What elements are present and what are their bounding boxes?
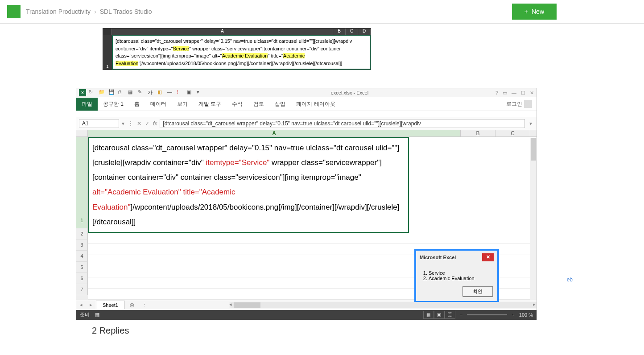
breadcrumb-item-2[interactable]: SDL Trados Studio <box>100 8 152 15</box>
tab-developer[interactable]: 개발 도구 <box>193 98 227 111</box>
login-label: 로그인 <box>506 100 522 108</box>
save-icon[interactable]: 💾 <box>108 89 116 96</box>
row-header-2[interactable]: 2 <box>76 228 88 239</box>
zoom-in-icon[interactable]: + <box>512 312 514 318</box>
font-icon[interactable]: 가 <box>148 89 155 96</box>
sheet-nav-next-icon[interactable]: ▸ <box>86 301 96 309</box>
refresh-icon[interactable]: ↻ <box>89 89 96 96</box>
zoom-slider[interactable] <box>467 314 507 315</box>
close-icon[interactable]: ✕ <box>530 90 534 96</box>
border-icon[interactable]: ▦ <box>128 89 135 96</box>
window-title: excel.xlsx - Excel <box>204 90 495 95</box>
folder-open-icon[interactable]: 📁 <box>99 89 106 96</box>
red-text-1: itemtype="Service" <box>206 158 269 167</box>
status-bar: 준비 ▦ ▦ ▣ ⿴ − + 100 % <box>76 310 537 320</box>
tab-data[interactable]: 데이터 <box>145 98 172 111</box>
hscroll-right-icon[interactable]: ▸ <box>533 301 536 307</box>
column-header-b: B <box>333 29 346 35</box>
vertical-scrollbar[interactable] <box>530 138 537 300</box>
chart-icon[interactable]: ▣ <box>187 89 194 96</box>
row-numbers: 1 2 3 4 5 6 7 <box>76 137 88 300</box>
select-all-corner <box>103 29 112 35</box>
alert-icon[interactable]: ! <box>177 89 184 96</box>
col-a-header[interactable]: A <box>88 130 461 136</box>
dialog-titlebar: Microsoft Excel ✕ <box>416 251 497 264</box>
tab-view[interactable]: 보기 <box>172 98 193 111</box>
breadcrumb: Translation Productivity › SDL Trados St… <box>26 8 152 15</box>
divider-icon: ⋮ <box>128 120 133 127</box>
dialog-close-button[interactable]: ✕ <box>482 253 494 261</box>
dialog-list-item-2: Academic Evaluation <box>429 276 493 281</box>
sheet-tab-1[interactable]: Sheet1 <box>96 301 125 309</box>
formula-expand-icon[interactable]: ▾ <box>528 120 534 127</box>
hscroll-thumb[interactable] <box>234 302 260 308</box>
normal-view-icon[interactable]: ▦ <box>423 311 434 319</box>
col-b-header[interactable]: B <box>461 130 495 136</box>
tab-toolbox1[interactable]: 공구함 1 <box>98 98 129 111</box>
column-header-c: C <box>346 29 358 35</box>
page-layout-view-icon[interactable]: ▣ <box>434 311 445 319</box>
row-2-cells[interactable] <box>88 233 537 244</box>
screenshot-1-column-header: A B C D <box>103 29 371 35</box>
excel-window: X ↻ 📁 💾 ⎙ ▦ ✎ 가 ◧ — ! ▣ ▾ excel.xlsx - E… <box>76 88 537 320</box>
minus-icon[interactable]: — <box>167 89 174 96</box>
dialog-body: Service Academic Evaluation 확인 <box>416 264 497 301</box>
row-header-6[interactable]: 6 <box>76 273 88 284</box>
fx-icon[interactable]: fx <box>153 120 157 127</box>
chevron-right-icon: › <box>94 8 96 15</box>
side-web-fragment: eb <box>567 277 573 283</box>
tab-insert[interactable]: 삽입 <box>269 98 291 111</box>
maximize-icon[interactable]: ☐ <box>521 90 525 96</box>
namebox-dropdown-icon[interactable]: ▾ <box>122 120 124 127</box>
row-header-1[interactable]: 1 <box>76 137 88 228</box>
tab-file[interactable]: 파일 <box>76 98 98 111</box>
new-button[interactable]: + New <box>512 4 557 20</box>
cancel-formula-icon[interactable]: ✕ <box>137 120 141 127</box>
row-number-1: 1 <box>103 35 112 70</box>
formula-input[interactable]: [dtcarousal class="dt_carousel wrapper" … <box>160 119 525 128</box>
fill-icon[interactable]: ◧ <box>157 89 165 96</box>
breadcrumb-item-1[interactable]: Translation Productivity <box>26 8 91 15</box>
add-sheet-button[interactable]: ⊕ <box>125 300 139 310</box>
cell-a1[interactable]: [dtcarousal class="dt_carousel wrapper" … <box>88 137 409 233</box>
col-c-header[interactable]: C <box>495 130 530 136</box>
enter-formula-icon[interactable]: ✓ <box>145 120 149 127</box>
tab-formulas[interactable]: 수식 <box>227 98 248 111</box>
row-header-7[interactable]: 7 <box>76 284 88 295</box>
dialog-list-item-1: Service <box>429 270 493 276</box>
row-header-5[interactable]: 5 <box>76 262 88 273</box>
format-icon[interactable]: ✎ <box>138 89 145 96</box>
sheet-options-icon[interactable]: ⋮ <box>139 302 149 308</box>
dialog-title-text: Microsoft Excel <box>420 255 456 260</box>
status-ready: 준비 <box>80 311 90 318</box>
macro-record-icon[interactable]: ▦ <box>95 312 99 318</box>
login-link[interactable]: 로그인 <box>502 97 537 111</box>
site-logo-icon[interactable] <box>7 5 21 18</box>
hscroll-left-icon[interactable]: ◂ <box>229 301 232 307</box>
top-bar: Translation Productivity › SDL Trados St… <box>0 0 644 24</box>
select-all-triangle[interactable] <box>76 130 88 136</box>
message-dialog: Microsoft Excel ✕ Service Academic Evalu… <box>414 249 499 303</box>
tab-home[interactable]: 홈 <box>129 98 145 111</box>
page-break-view-icon[interactable]: ⿴ <box>445 311 455 319</box>
minimize-icon[interactable]: — <box>512 90 516 96</box>
plus-icon: + <box>524 8 528 15</box>
row-header-3[interactable]: 3 <box>76 239 88 251</box>
tab-review[interactable]: 검토 <box>248 98 269 111</box>
more-icon[interactable]: ▾ <box>197 89 204 96</box>
zoom-level[interactable]: 100 % <box>519 312 533 318</box>
row-header-4[interactable]: 4 <box>76 251 88 262</box>
tab-page-layout[interactable]: 페이지 레이아웃 <box>291 98 340 111</box>
help-icon[interactable]: ? <box>495 90 498 96</box>
zoom-out-icon[interactable]: − <box>460 312 462 318</box>
formula-bar: A1 ▾ ⋮ ✕ ✓ fx [dtcarousal class="dt_caro… <box>76 117 537 130</box>
excel-titlebar: X ↻ 📁 💾 ⎙ ▦ ✎ 가 ◧ — ! ▣ ▾ excel.xlsx - E… <box>76 88 537 97</box>
scrollbar-thumb[interactable] <box>531 138 536 161</box>
horizontal-scrollbar[interactable]: ◂ ▸ <box>230 302 537 308</box>
dialog-ok-button[interactable]: 확인 <box>462 286 493 297</box>
ribbon-display-icon[interactable]: ▭ <box>503 90 507 96</box>
sheet-nav-prev-icon[interactable]: ◂ <box>76 301 86 309</box>
name-box[interactable]: A1 <box>79 119 119 128</box>
tool-icon[interactable]: ⎙ <box>118 89 125 96</box>
new-button-label: New <box>532 8 544 15</box>
